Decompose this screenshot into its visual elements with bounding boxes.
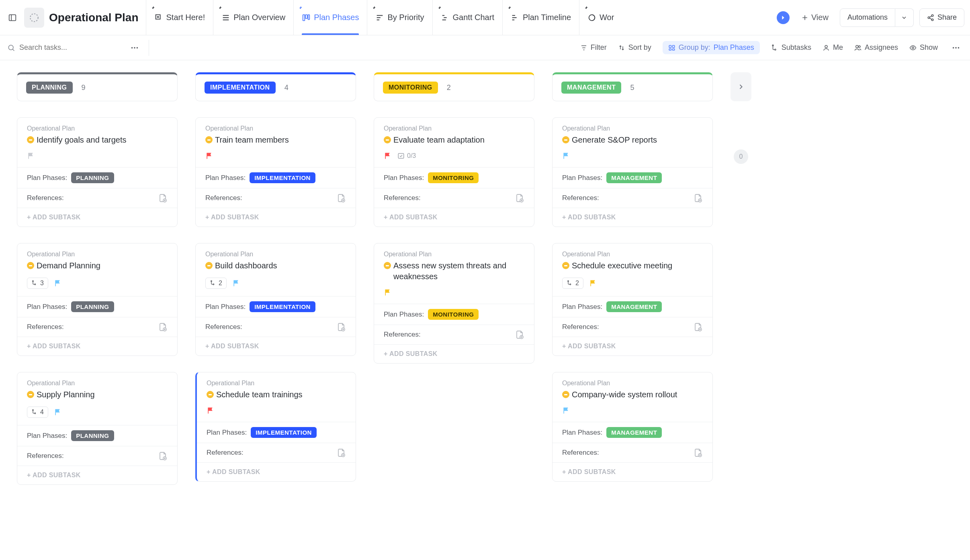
document-add-icon[interactable] [336,448,346,458]
add-view-button[interactable]: View [794,13,835,22]
status-icon[interactable] [27,136,34,143]
automations-dropdown[interactable] [895,8,914,27]
subtask-count[interactable]: 4 [27,407,48,418]
column-header[interactable]: MONITORING2 [374,72,534,101]
phase-tag[interactable]: IMPLEMENTATION [250,172,315,183]
priority-flag-icon[interactable] [384,288,392,296]
document-add-icon[interactable] [158,322,168,332]
status-icon[interactable] [562,391,569,398]
phase-tag[interactable]: PLANNING [71,172,114,183]
status-icon[interactable] [384,262,391,269]
tab-plan-phases[interactable]: Plan Phases [293,0,367,35]
show-button[interactable]: Show [909,43,938,52]
column-header[interactable]: IMPLEMENTATION4 [195,72,356,101]
phase-tag[interactable]: MANAGEMENT [606,301,662,312]
tab-gantt-chart[interactable]: Gantt Chart [432,0,502,35]
add-subtask-button[interactable]: + ADD SUBTASK [196,208,356,227]
phase-tag[interactable]: PLANNING [71,301,114,312]
task-card[interactable]: Operational PlanAssess new system threat… [374,243,534,364]
status-icon[interactable] [205,136,213,143]
phase-tag[interactable]: MANAGEMENT [606,172,662,183]
document-add-icon[interactable] [336,193,346,203]
sort-button[interactable]: Sort by [618,43,651,52]
task-card[interactable]: Operational PlanSchedule team trainingsP… [195,372,356,482]
priority-flag-icon[interactable] [589,279,597,287]
task-card[interactable]: Operational PlanIdentify goals and targe… [17,117,178,227]
phase-tag[interactable]: MONITORING [428,309,479,320]
document-add-icon[interactable] [693,193,703,203]
add-subtask-button[interactable]: + ADD SUBTASK [197,462,356,481]
priority-flag-icon[interactable] [232,279,240,287]
phase-tag[interactable]: IMPLEMENTATION [251,427,317,438]
add-subtask-button[interactable]: + ADD SUBTASK [196,337,356,356]
checklist-count[interactable]: 0/3 [397,152,416,159]
share-button[interactable]: Share [919,8,964,27]
add-subtask-button[interactable]: + ADD SUBTASK [374,344,534,363]
subtask-count[interactable]: 2 [205,278,227,289]
assignees-button[interactable]: Assignees [854,43,898,52]
column-header[interactable]: MANAGEMENT5 [552,72,713,101]
scroll-columns-right[interactable] [731,72,751,101]
project-title[interactable]: Operational Plan [49,11,139,24]
task-card[interactable]: Operational PlanDemand Planning3Plan Pha… [17,243,178,356]
column-header[interactable]: PLANNING9 [17,72,178,101]
status-icon[interactable] [27,262,34,269]
add-subtask-button[interactable]: + ADD SUBTASK [553,337,712,356]
document-add-icon[interactable] [693,322,703,332]
task-card[interactable]: Operational PlanBuild dashboards2Plan Ph… [195,243,356,356]
phase-tag[interactable]: MANAGEMENT [606,427,662,438]
status-icon[interactable] [384,136,391,143]
document-add-icon[interactable] [158,451,168,461]
more-search-button[interactable] [128,41,141,55]
scroll-tabs-right[interactable] [777,11,790,24]
search-input[interactable] [19,43,124,52]
add-subtask-button[interactable]: + ADD SUBTASK [17,337,177,356]
task-card[interactable]: Operational PlanGenerate S&OP reportsPla… [552,117,713,227]
add-subtask-button[interactable]: + ADD SUBTASK [17,208,177,227]
tab-by-priority[interactable]: By Priority [367,0,432,35]
priority-flag-icon[interactable] [207,407,215,415]
document-add-icon[interactable] [515,330,524,339]
phase-tag[interactable]: MONITORING [428,172,479,183]
tab-plan-timeline[interactable]: Plan Timeline [502,0,579,35]
task-card[interactable]: Operational PlanSchedule executive meeti… [552,243,713,356]
subtask-count[interactable]: 2 [562,278,583,289]
document-add-icon[interactable] [158,193,168,203]
status-icon[interactable] [207,391,214,398]
document-add-icon[interactable] [336,322,346,332]
tab-start-here-[interactable]: Start Here! [146,0,213,35]
add-subtask-button[interactable]: + ADD SUBTASK [553,208,712,227]
priority-flag-icon[interactable] [562,407,570,415]
subtask-count[interactable]: 3 [27,278,48,289]
task-card[interactable]: Operational PlanSupply Planning4Plan Pha… [17,372,178,485]
task-card[interactable]: Operational PlanCompany-wide system roll… [552,372,713,482]
status-icon[interactable] [562,262,569,269]
priority-flag-icon[interactable] [205,152,213,160]
task-card[interactable]: Operational PlanEvaluate team adaptation… [374,117,534,227]
phase-tag[interactable]: IMPLEMENTATION [250,301,315,312]
add-subtask-button[interactable]: + ADD SUBTASK [17,466,177,484]
status-icon[interactable] [205,262,213,269]
collapse-sidebar-button[interactable] [6,11,19,25]
status-icon[interactable] [27,391,34,398]
groupby-button[interactable]: Group by: Plan Phases [663,41,760,54]
priority-flag-icon[interactable] [562,152,570,160]
priority-flag-icon[interactable] [54,408,62,416]
document-add-icon[interactable] [515,193,524,203]
priority-flag-icon[interactable] [27,152,35,160]
tab-plan-overview[interactable]: Plan Overview [213,0,293,35]
tab-wor[interactable]: Wor [579,0,622,35]
me-button[interactable]: Me [823,43,843,52]
add-subtask-button[interactable]: + ADD SUBTASK [374,208,534,227]
subtasks-button[interactable]: Subtasks [771,43,811,52]
document-add-icon[interactable] [693,448,703,458]
priority-flag-icon[interactable] [54,279,62,287]
more-toolbar-button[interactable] [949,41,963,55]
automations-button[interactable]: Automations [840,8,895,27]
status-icon[interactable] [562,136,569,143]
priority-flag-icon[interactable] [384,152,392,160]
task-card[interactable]: Operational PlanTrain team membersPlan P… [195,117,356,227]
phase-tag[interactable]: PLANNING [71,430,114,441]
filter-button[interactable]: Filter [580,43,607,52]
add-subtask-button[interactable]: + ADD SUBTASK [553,462,712,481]
